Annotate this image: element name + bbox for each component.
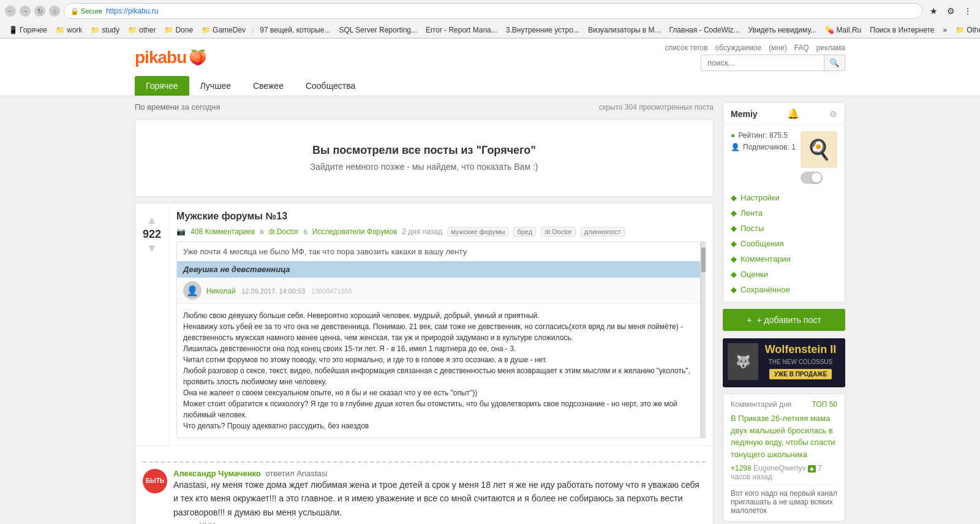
folder-icon-5: 📁 bbox=[202, 26, 211, 34]
search-bar[interactable]: 🔍 bbox=[701, 55, 845, 71]
vote-count: 922 bbox=[143, 228, 161, 241]
settings-icon[interactable]: ⚙ bbox=[829, 109, 837, 119]
header-link-faq[interactable]: FAQ bbox=[794, 44, 809, 52]
comment-day-quote: Вот кого надо на первый канал приглашать… bbox=[731, 485, 837, 515]
post-ended-subtitle: Зайдите немного позже - мы найдем, что п… bbox=[148, 162, 701, 172]
plus-icon: + bbox=[747, 315, 752, 325]
comment-content: Александр Чумаченко ответил Anastasi Ana… bbox=[173, 469, 706, 524]
main-layout: По времени за сегодня скрыто 304 просмот… bbox=[123, 102, 858, 524]
top50-link[interactable]: ТОП 50 bbox=[812, 400, 837, 409]
bookmark-apps[interactable]: 📱 Горячее bbox=[5, 25, 51, 36]
bookmarks-icon[interactable]: ★ bbox=[926, 4, 941, 18]
bookmark-error[interactable]: Error - Report Mana... bbox=[422, 25, 501, 36]
comment-count-link[interactable]: 408 Комментариев bbox=[190, 227, 255, 236]
search-button[interactable]: 🔍 bbox=[824, 55, 845, 70]
bookmark-97[interactable]: 97 вещей, которые... bbox=[256, 25, 334, 36]
nav-communities[interactable]: Сообщества bbox=[295, 76, 366, 96]
post-preview-wrapper: Уже почти 4 месяца не было МФ, так что п… bbox=[176, 241, 706, 438]
tag-4[interactable]: длиннопост bbox=[581, 227, 625, 237]
filter-bar: По времени за сегодня скрыто 304 просмот… bbox=[135, 102, 714, 112]
nav-fresh[interactable]: Свежее bbox=[242, 76, 295, 96]
post-vote-section: ▲ 922 ▼ bbox=[135, 203, 169, 446]
ratings-icon: ◆ bbox=[731, 270, 737, 279]
nav-saved[interactable]: ◆ Сохранённое bbox=[723, 282, 845, 297]
wolf-buy-button[interactable]: УЖЕ В ПРОДАЖЕ bbox=[769, 369, 832, 379]
filter-today-link[interactable]: за сегодня bbox=[181, 102, 221, 112]
bookmark-sql[interactable]: SQL Server Reporting... bbox=[335, 25, 421, 36]
nav-best[interactable]: Лучшее bbox=[189, 76, 242, 96]
bookmark-other-bookmarks[interactable]: 📁 Other bookmarks bbox=[952, 25, 980, 36]
nav-posts[interactable]: ◆ Посты bbox=[723, 221, 845, 236]
comment-author[interactable]: Александр Чумаченко bbox=[173, 469, 261, 478]
post-category-link[interactable]: Исследователи Форумов bbox=[312, 227, 398, 236]
forward-button[interactable]: → bbox=[20, 6, 31, 17]
nav-comments[interactable]: ◆ Комментарии bbox=[723, 251, 845, 267]
bookmark-uv[interactable]: Увидеть невидиму... bbox=[745, 25, 821, 36]
bookmark-codewiz[interactable]: Главная - CodeWiz... bbox=[666, 25, 744, 36]
bookmark-3[interactable]: 3.Внутренние устро... bbox=[502, 25, 583, 36]
wolf-poster-1: 🐺 bbox=[728, 343, 758, 380]
bookmark-viz[interactable]: Визуализаторы в М... bbox=[584, 25, 665, 36]
extensions-icon[interactable]: ⚙ bbox=[943, 4, 958, 18]
back-button[interactable]: ← bbox=[5, 6, 16, 17]
folder-icon: 📁 bbox=[56, 26, 65, 34]
author-badge: ◆ bbox=[808, 465, 816, 473]
post-scrollbar[interactable] bbox=[701, 241, 706, 438]
rating-row: ● Рейтинг: 875.5 bbox=[731, 131, 796, 140]
comment-day-text: В Приказе 26-летняя мама двух малышей бр… bbox=[731, 412, 837, 460]
search-input[interactable] bbox=[701, 55, 824, 70]
bookmark-done[interactable]: 📁 Done bbox=[160, 25, 197, 36]
subscribers-row: 👤 Подписчиков: 1 bbox=[731, 143, 796, 151]
tag-3[interactable]: dr.Doctor bbox=[541, 227, 576, 237]
post-title[interactable]: Мужские форумы №13 bbox=[176, 211, 706, 222]
comment-replied-to: ответил Anastasi bbox=[265, 469, 327, 478]
sidebar: Memiy 🔔 ⚙ ● Рейтинг: 875.5 👤 Подписчиков… bbox=[723, 102, 845, 524]
comment-day-header: Комментарий дня ТОП 50 bbox=[731, 400, 837, 409]
wolf-ad-banner[interactable]: 🐺 Wolfenstein II THE NEW COLOSSUS УЖЕ В … bbox=[723, 338, 845, 387]
dotted-separator bbox=[143, 461, 706, 463]
feed-icon: ◆ bbox=[731, 208, 737, 218]
post-ended-card: Вы посмотрели все посты из "Горячего" За… bbox=[135, 119, 714, 197]
downvote-button[interactable]: ▼ bbox=[145, 241, 159, 256]
wolf-ad-content: 🐺 Wolfenstein II THE NEW COLOSSUS УЖЕ В … bbox=[723, 338, 845, 387]
header-link-me[interactable]: (мне) bbox=[769, 44, 787, 52]
bookmark-mail[interactable]: 💊 Mail.Ru bbox=[821, 25, 865, 36]
meta-sep-2: в bbox=[303, 227, 307, 236]
logo-emoji: 🍑 bbox=[189, 49, 206, 66]
bookmark-study[interactable]: 📁 study bbox=[87, 25, 123, 36]
upvote-button[interactable]: ▲ bbox=[145, 213, 159, 228]
forum-post-header: Девушка не девственница bbox=[177, 261, 700, 278]
bookmark-other[interactable]: 📁 other bbox=[124, 25, 159, 36]
reload-button[interactable]: ↻ bbox=[34, 6, 45, 17]
nav-settings[interactable]: ◆ Настройки bbox=[723, 190, 845, 205]
comment-day-post-link[interactable]: В Приказе 26-летняя мама двух малышей бр… bbox=[731, 414, 835, 459]
comment-of-day: Комментарий дня ТОП 50 В Приказе 26-летн… bbox=[723, 393, 845, 522]
nav-ratings[interactable]: ◆ Оценки bbox=[723, 267, 845, 282]
toggle-switch[interactable] bbox=[801, 172, 823, 184]
nav-messages[interactable]: ◆ Сообщения bbox=[723, 236, 845, 251]
home-button[interactable]: ⌂ bbox=[49, 6, 60, 17]
subscribers-icon: 👤 bbox=[731, 143, 740, 151]
post-inner: ▲ 922 ▼ Мужские форумы №13 📷 408 Коммент… bbox=[135, 203, 713, 446]
notification-bell[interactable]: 🔔 bbox=[787, 108, 799, 120]
nav-feed[interactable]: ◆ Лента bbox=[723, 205, 845, 221]
menu-icon[interactable]: ⋮ bbox=[960, 4, 975, 18]
comment-section: БЫТЬ Александр Чумаченко ответил Anastas… bbox=[135, 446, 713, 524]
header-link-ads[interactable]: реклама bbox=[816, 44, 845, 52]
tag-1[interactable]: мужские форумы bbox=[447, 227, 508, 237]
nav-hot[interactable]: Горячее bbox=[135, 76, 189, 96]
wolf-subtitle: THE NEW COLOSSUS bbox=[761, 359, 840, 365]
settings-nav-icon: ◆ bbox=[731, 193, 737, 202]
site-header: pikabu 🍑 список тегов обсуждаемое (мне) … bbox=[0, 39, 980, 96]
header-link-discussed[interactable]: обсуждаемое bbox=[715, 44, 762, 52]
bookmark-gamedev[interactable]: 📁 GameDev bbox=[198, 25, 249, 36]
bookmark-search[interactable]: Поиск в Интернете bbox=[866, 25, 938, 36]
address-bar[interactable]: 🔒 Secure https://pikabu.ru bbox=[64, 3, 922, 19]
add-post-button[interactable]: + + добавить пост bbox=[723, 309, 845, 331]
header-link-tags[interactable]: список тегов bbox=[665, 44, 708, 52]
bookmark-more[interactable]: » bbox=[939, 25, 951, 36]
post-author-link[interactable]: dr.Doctor bbox=[269, 227, 299, 236]
tag-2[interactable]: бред bbox=[513, 227, 536, 237]
meta-icon: 📷 bbox=[176, 227, 186, 236]
bookmark-work[interactable]: 📁 work bbox=[52, 25, 86, 36]
